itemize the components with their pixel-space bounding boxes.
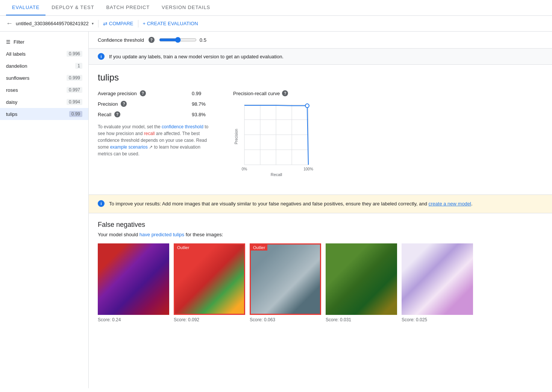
slider-container: 0.5 (159, 37, 206, 43)
sidebar-label-daisy: daisy (6, 99, 17, 105)
precision-recall-chart: Precision-recall curve ? (233, 90, 543, 181)
image-flowers (98, 243, 169, 315)
metrics-left: Average precision ? 0.99 Precision ? 98.… (98, 90, 211, 181)
create-evaluation-button[interactable]: + CREATE EVALUATION (143, 21, 198, 26)
sidebar-item-daisy[interactable]: daisy 0.994 (0, 96, 88, 108)
metrics-layout: Average precision ? 0.99 Precision ? 98.… (98, 90, 543, 181)
confidence-help-icon[interactable]: ? (149, 37, 155, 43)
info-icon: i (98, 53, 105, 60)
avg-precision-value: 0.99 (192, 91, 211, 96)
top-nav: EVALUATE DEPLOY & TEST BATCH PREDICT VER… (0, 0, 552, 16)
confidence-value: 0.5 (200, 37, 206, 43)
metric-description: To evaluate your model, set the confiden… (98, 123, 211, 157)
filter-icon: ☰ (6, 39, 11, 45)
recall-value: 93.8% (192, 112, 211, 117)
image-card-3[interactable]: Score: 0.031 (326, 243, 397, 322)
image-wrapper-3 (326, 243, 397, 315)
recall-label: Recall (98, 112, 111, 117)
update-labels-banner: i If you update any labels, train a new … (89, 49, 552, 65)
create-model-link[interactable]: create a new model (429, 201, 471, 207)
sidebar-item-dandelion[interactable]: dandelion 1 (0, 60, 88, 72)
divider (98, 20, 99, 27)
sidebar-item-all-labels[interactable]: All labels 0.996 (0, 48, 88, 60)
image-garden (251, 245, 320, 314)
image-card-0[interactable]: Score: 0.24 (98, 243, 169, 322)
compare-button[interactable]: ⇄ COMPARE (103, 21, 133, 27)
image-flower-white (402, 243, 473, 315)
chart-help-icon[interactable]: ? (282, 90, 288, 96)
sidebar-score-all-labels: 0.996 (67, 51, 82, 57)
image-card-4[interactable]: Score: 0.025 (402, 243, 473, 322)
metric-precision: Precision ? 98.7% (98, 101, 211, 107)
tab-evaluate[interactable]: EVALUATE (6, 0, 45, 15)
tab-deploy-test[interactable]: DEPLOY & TEST (45, 0, 100, 15)
false-negatives-title: False negatives (98, 221, 543, 229)
sidebar-item-roses[interactable]: roses 0.997 (0, 84, 88, 96)
image-strawberries (175, 245, 244, 314)
improvement-text: To improve your results: Add more images… (109, 200, 473, 208)
content-area: Confidence threshold ? 0.5 i If you upda… (89, 32, 552, 388)
image-wrapper-2: Outlier (250, 243, 321, 315)
image-score-1: Score: 0.092 (174, 317, 245, 322)
sidebar-score-tulips: 0.99 (69, 111, 82, 117)
sidebar-label-tulips: tulips (6, 111, 17, 117)
create-eval-label: + CREATE EVALUATION (143, 21, 198, 26)
metric-average-precision: Average precision ? 0.99 (98, 90, 211, 96)
sidebar-score-sunflowers: 0.999 (67, 75, 82, 81)
image-grid: Score: 0.24 Outlier Score: 0.092 Outlier (98, 243, 543, 322)
outlier-badge-1: Outlier (175, 245, 191, 251)
svg-text:100%: 100% (303, 167, 313, 171)
sidebar-label-dandelion: dandelion (6, 63, 27, 69)
confidence-label: Confidence threshold (98, 37, 144, 43)
chart-title-text: Precision-recall curve (233, 91, 280, 96)
precision-help-icon[interactable]: ? (121, 101, 127, 107)
avg-precision-label: Average precision (98, 91, 137, 96)
confidence-bar: Confidence threshold ? 0.5 (89, 32, 552, 49)
outlier-badge-2: Outlier (251, 245, 267, 251)
false-neg-highlight: have predicted tulips (140, 232, 184, 237)
precision-label: Precision (98, 101, 118, 107)
chart-title: Precision-recall curve ? (233, 90, 543, 96)
svg-point-10 (305, 104, 309, 108)
improvement-banner: i To improve your results: Add more imag… (89, 194, 552, 213)
image-wrapper-0 (98, 243, 169, 315)
svg-text:0%: 0% (242, 167, 247, 171)
confidence-slider[interactable] (159, 37, 197, 43)
compare-icon: ⇄ (103, 21, 108, 27)
image-moss (326, 243, 397, 315)
false-negatives-section: False negatives Your model should have p… (89, 213, 552, 330)
back-button[interactable]: ← (6, 20, 13, 27)
svg-text:Recall: Recall (271, 172, 282, 177)
label-section: tulips Average precision ? 0.99 Precisio… (89, 65, 552, 188)
image-card-1[interactable]: Outlier Score: 0.092 (174, 243, 245, 322)
image-score-4: Score: 0.025 (402, 317, 473, 322)
tab-batch-predict[interactable]: BATCH PREDICT (100, 0, 156, 15)
sidebar-label-roses: roses (6, 87, 18, 93)
image-score-2: Score: 0.063 (250, 317, 321, 322)
tab-version-details[interactable]: VERSION DETAILS (156, 0, 216, 15)
label-title: tulips (98, 72, 543, 83)
sidebar-score-daisy: 0.994 (67, 99, 82, 105)
sidebar-item-sunflowers[interactable]: sunflowers 0.999 (0, 72, 88, 84)
compare-label: COMPARE (109, 21, 133, 26)
chart-svg: Precision 0% 100% Recall (233, 101, 316, 180)
image-card-2[interactable]: Outlier Score: 0.063 (250, 243, 321, 322)
sidebar: ☰ Filter All labels 0.996 dandelion 1 su… (0, 32, 89, 388)
filter-header: ☰ Filter (0, 36, 88, 48)
model-name: untitled_33038664495708241922 (16, 21, 89, 26)
breadcrumb: ← untitled_33038664495708241922 ▾ ⇄ COMP… (0, 16, 552, 32)
divider2 (138, 20, 138, 27)
metric-recall: Recall ? 93.8% (98, 111, 211, 117)
image-wrapper-4 (402, 243, 473, 315)
avg-precision-help-icon[interactable]: ? (140, 90, 146, 96)
image-score-0: Score: 0.24 (98, 317, 169, 322)
sidebar-label-sunflowers: sunflowers (6, 75, 29, 81)
svg-text:Precision: Precision (234, 129, 238, 144)
image-score-3: Score: 0.031 (326, 317, 397, 322)
sidebar-label-all-labels: All labels (6, 51, 26, 57)
image-wrapper-1: Outlier (174, 243, 245, 315)
model-dropdown-icon[interactable]: ▾ (92, 21, 94, 26)
info-banner-text: If you update any labels, train a new mo… (109, 54, 284, 59)
recall-help-icon[interactable]: ? (114, 111, 120, 117)
sidebar-item-tulips[interactable]: tulips 0.99 (0, 108, 88, 120)
